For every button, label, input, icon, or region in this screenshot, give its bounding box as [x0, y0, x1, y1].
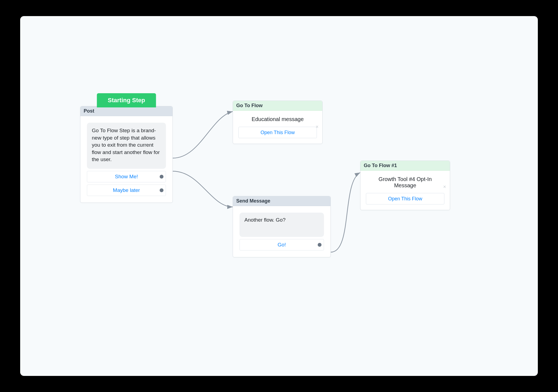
edge-go-to-goto2 — [331, 173, 360, 252]
choice-show-me[interactable]: Show Me! — [87, 171, 166, 182]
starting-step-tag: Starting Step — [97, 93, 156, 107]
edge-maybelater-to-send — [173, 171, 233, 207]
node-goto-flow-1-header: Go To Flow #1 — [360, 161, 450, 171]
choice-go[interactable]: Go! — [239, 239, 324, 251]
node-goto-flow-1[interactable]: Go To Flow #1 × Growth Tool #4 Opt-In Me… — [360, 161, 450, 210]
port-show-me[interactable] — [160, 175, 163, 179]
choice-show-me-label: Show Me! — [115, 174, 138, 180]
send-message-bubble: Another flow. Go? — [239, 213, 324, 237]
post-message-bubble: Go To Flow Step is a brand-new type of s… — [87, 123, 166, 169]
node-goto-flow-header: Go To Flow — [233, 101, 322, 111]
close-icon[interactable]: × — [443, 184, 446, 189]
node-post[interactable]: Starting Step Post Go To Flow Step is a … — [80, 106, 173, 203]
choice-maybe-later-label: Maybe later — [113, 187, 140, 193]
flow-canvas[interactable]: Starting Step Post Go To Flow Step is a … — [20, 16, 538, 376]
open-flow-button-1[interactable]: Open This Flow — [238, 127, 317, 138]
edge-showme-to-goto1 — [173, 111, 233, 158]
port-go[interactable] — [318, 243, 322, 247]
port-maybe-later[interactable] — [160, 188, 163, 192]
node-send-message[interactable]: Send Message Another flow. Go? Go! — [233, 196, 331, 257]
node-send-header: Send Message — [233, 196, 330, 206]
choice-maybe-later[interactable]: Maybe later — [87, 185, 166, 196]
node-post-header: Post — [80, 106, 172, 116]
open-flow-button-2[interactable]: Open This Flow — [366, 193, 444, 204]
goto1-flow-name: Educational message — [238, 116, 317, 122]
choice-go-label: Go! — [278, 242, 286, 248]
goto2-flow-name: Growth Tool #4 Opt-In Message — [366, 176, 444, 189]
node-goto-flow[interactable]: Go To Flow × Educational message Open Th… — [233, 101, 323, 144]
close-icon[interactable]: × — [316, 124, 319, 129]
